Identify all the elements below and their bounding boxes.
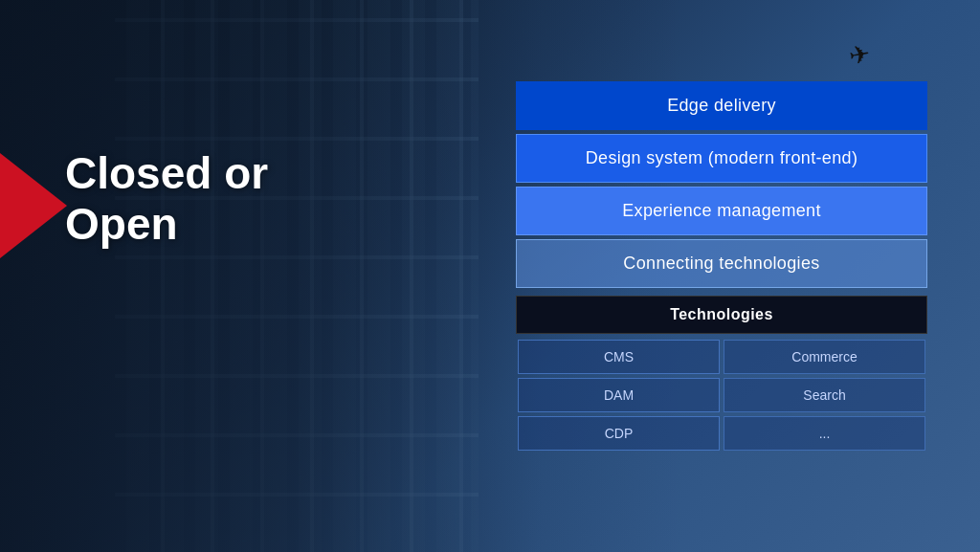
main-title: Closed or Open bbox=[65, 148, 268, 250]
tech-dam: DAM bbox=[518, 378, 720, 412]
main-title-line2: Open bbox=[65, 199, 268, 250]
stack-connecting: Connecting technologies bbox=[516, 239, 927, 288]
stack-design-system: Design system (modern front-end) bbox=[516, 134, 927, 183]
stack-edge-delivery: Edge delivery bbox=[516, 81, 927, 130]
tech-search: Search bbox=[724, 378, 925, 412]
technologies-section: Technologies CMS Commerce DAM Search CDP… bbox=[516, 296, 927, 453]
stack-experience: Experience management bbox=[516, 187, 927, 235]
red-arrow-icon bbox=[0, 153, 67, 258]
tech-commerce: Commerce bbox=[724, 340, 925, 374]
right-panel: Edge delivery Design system (modern fron… bbox=[516, 81, 927, 453]
technologies-grid: CMS Commerce DAM Search CDP ... bbox=[516, 338, 927, 453]
main-title-line1: Closed or bbox=[65, 148, 268, 199]
technologies-header: Technologies bbox=[516, 296, 927, 334]
tech-cdp: CDP bbox=[518, 416, 720, 451]
tech-cms: CMS bbox=[518, 340, 720, 374]
tech-more: ... bbox=[724, 416, 925, 451]
